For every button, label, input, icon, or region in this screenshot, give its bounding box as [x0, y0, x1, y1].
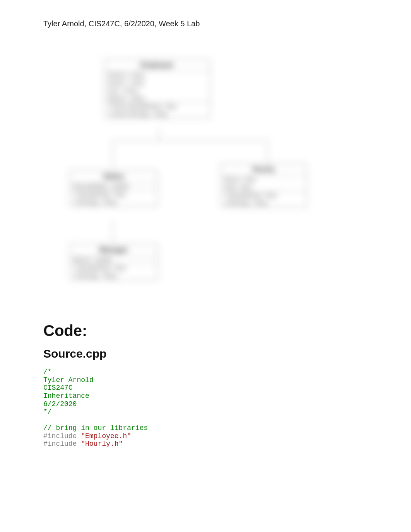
- uml-attr: #phone : string: [105, 94, 209, 102]
- uml-op: +toString() : string: [70, 272, 157, 280]
- uml-title: Hourly: [221, 164, 306, 176]
- uml-title: Employee: [105, 60, 209, 71]
- uml-attr: #rate : float: [221, 183, 306, 191]
- uml-attr: #bonus : double: [70, 256, 157, 264]
- uml-op: +calculatePay() : float: [221, 191, 306, 199]
- uml-title: Manager: [70, 244, 157, 256]
- uml-attr: #ssn : string: [105, 87, 209, 94]
- code-include-keyword: #include: [43, 440, 81, 448]
- code-include-string: "Hourly.h": [81, 440, 123, 448]
- heading-code: Code:: [43, 322, 411, 339]
- uml-class-employee: Employee #fname : string #lname : string…: [104, 59, 210, 118]
- uml-attr: #annualSalary : double: [70, 182, 157, 190]
- heading-source: Source.cpp: [43, 347, 411, 360]
- uml-op: +toString() : string: [221, 199, 306, 207]
- uml-class-salary: Salary #annualSalary : double +calculate…: [70, 171, 158, 206]
- code-include-string: "Employee.h": [81, 432, 131, 440]
- code-comment-block: /* Tyler Arnold CIS247C Inheritance 6/2/…: [43, 368, 94, 416]
- document-header: Tyler Arnold, CIS247C, 6/2/2020, Week 5 …: [43, 19, 411, 28]
- uml-op: +virtual calculatePay() : float: [105, 102, 209, 110]
- uml-op: +calculatePay() : float: [70, 264, 157, 272]
- uml-class-hourly: Hourly #hours : float #rate : float +cal…: [221, 164, 307, 207]
- uml-attr: #fname : string: [105, 71, 209, 79]
- uml-op: +calculatePay() : float: [70, 191, 157, 198]
- uml-class-manager: Manager #bonus : double +calculatePay() …: [70, 244, 158, 280]
- uml-op: +toString() : string: [70, 198, 157, 206]
- uml-attr: #hours : float: [221, 176, 306, 183]
- uml-attr: #lname : string: [105, 79, 209, 87]
- uml-op: +virtual toString() : string: [105, 110, 209, 118]
- code-include-keyword: #include: [43, 432, 81, 440]
- uml-diagram: Employee #fname : string #lname : string…: [66, 55, 313, 295]
- uml-title: Salary: [70, 171, 157, 182]
- code-comment-line: // bring in our libraries: [43, 424, 148, 432]
- source-code: /* Tyler Arnold CIS247C Inheritance 6/2/…: [43, 368, 411, 448]
